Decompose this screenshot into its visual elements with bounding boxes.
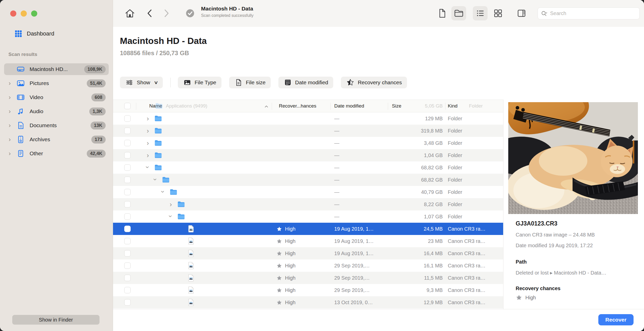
tree-chevron-icon[interactable]: ›: [144, 166, 151, 168]
item-count-badge: 173: [91, 136, 106, 144]
date-cell: 13 Oct 2019, 0…: [334, 300, 373, 305]
sidebar-item-video[interactable]: › Video 608: [4, 91, 109, 103]
tree-chevron-icon[interactable]: ›: [152, 178, 159, 181]
table-row[interactable]: › — 1,04 GB Folder: [113, 149, 503, 161]
table-row[interactable]: › — 68,82 GB Folder: [113, 174, 503, 186]
table-row[interactable]: › — 129 MB Folder: [113, 112, 503, 125]
chevron-right-icon[interactable]: ›: [8, 150, 12, 157]
column-header-recovery[interactable]: Recover...hances: [279, 103, 316, 109]
back-button[interactable]: [144, 7, 156, 19]
forward-button[interactable]: [160, 7, 172, 19]
date-cell: —: [334, 140, 339, 146]
toolbar-title: Macintosh HD - Data: [201, 6, 253, 12]
table-row[interactable]: High 19 Aug 2019, 1… 24,5 MB Canon CR3 r…: [113, 223, 503, 235]
sidebar-item-other[interactable]: › Other 42,4K: [4, 148, 109, 159]
table-row[interactable]: High 29 Sep 2019,… 16,1 MB Canon CR3 ra…: [113, 259, 503, 272]
table-row[interactable]: High 13 Oct 2019, 0… 12,9 MB Canon CR3 r…: [113, 296, 503, 309]
chevron-right-icon[interactable]: ›: [8, 80, 12, 86]
row-checkbox[interactable]: [124, 128, 131, 134]
table-row[interactable]: › — 319,8 MB Folder: [113, 125, 503, 137]
tree-chevron-icon[interactable]: ›: [160, 191, 166, 193]
chevron-right-icon[interactable]: ›: [8, 108, 12, 114]
home-icon[interactable]: [124, 7, 136, 19]
list-view-button[interactable]: [473, 6, 488, 20]
preview-panel-toggle-icon[interactable]: [514, 6, 529, 20]
row-checkbox[interactable]: [124, 115, 131, 122]
search-input[interactable]: [550, 10, 639, 16]
select-all-checkbox[interactable]: [124, 103, 131, 109]
sidebar-item-label: Other: [30, 150, 87, 157]
row-checkbox[interactable]: [124, 214, 131, 220]
table-row[interactable]: High 29 Sep 2019,… 11,5 MB Canon CR3 ra…: [113, 272, 503, 284]
table-row[interactable]: High 19 Aug 2019, 1… 23 MB Canon CR3 ra…: [113, 235, 503, 247]
table-row[interactable]: › — 68,82 GB Folder: [113, 161, 503, 174]
table-row[interactable]: › — 1,07 GB Folder: [113, 210, 503, 223]
tree-chevron-icon[interactable]: ›: [147, 152, 149, 159]
star-icon: [276, 238, 282, 244]
file-type-filter-button[interactable]: File Type: [178, 77, 221, 88]
sidebar-item-pictures[interactable]: › Pictures 51,4K: [4, 77, 109, 89]
row-checkbox[interactable]: [124, 164, 131, 171]
column-header-kind[interactable]: Kind: [448, 103, 457, 109]
preview-image[interactable]: [508, 102, 638, 214]
window-zoom-button[interactable]: [31, 10, 37, 17]
tree-chevron-icon[interactable]: ›: [147, 127, 149, 134]
table-row[interactable]: › — 8,22 GB Folder: [113, 198, 503, 210]
window-minimize-button[interactable]: [21, 10, 27, 17]
row-checkbox[interactable]: [124, 152, 131, 159]
row-checkbox[interactable]: [124, 299, 131, 306]
recovery-cell: High: [276, 247, 295, 259]
table-row[interactable]: › — 40,79 GB Folder: [113, 186, 503, 198]
sidebar-item-dashboard[interactable]: Dashboard: [14, 28, 54, 39]
sidebar-item-audio[interactable]: › Audio 1,3K: [4, 105, 109, 117]
row-checkbox[interactable]: [124, 275, 131, 281]
show-in-finder-button[interactable]: Show in Finder: [12, 315, 100, 325]
file-type-filter-label: File Type: [195, 79, 216, 86]
tree-chevron-icon[interactable]: ›: [147, 140, 149, 146]
tree-chevron-icon[interactable]: ›: [170, 201, 172, 208]
sidebar-item-documents[interactable]: › Documents 13K: [4, 120, 109, 131]
column-header-date[interactable]: Date modified: [334, 103, 364, 109]
row-checkbox[interactable]: [124, 140, 131, 146]
file-size-icon: [234, 78, 243, 87]
date-modified-filter-button[interactable]: Date modified: [278, 77, 333, 88]
tree-chevron-icon[interactable]: ›: [167, 215, 174, 217]
size-cell: 12,9 MB: [381, 300, 443, 305]
chevron-right-icon[interactable]: ›: [8, 122, 12, 128]
sort-ascending-icon[interactable]: [264, 104, 269, 109]
grid-view-button[interactable]: [491, 6, 505, 20]
date-cell: 29 Sep 2019,…: [334, 287, 370, 293]
row-checkbox[interactable]: [124, 189, 131, 195]
tree-chevron-icon[interactable]: ›: [147, 115, 149, 122]
size-cell: 3,48 GB: [381, 140, 443, 146]
search-field[interactable]: [538, 7, 640, 19]
row-checkbox[interactable]: [124, 263, 131, 269]
recovery-chances-filter-button[interactable]: Recovery chances: [341, 77, 407, 88]
table-row[interactable]: High 19 Aug 2019, 1… 16,4 MB Canon CR3 r…: [113, 247, 503, 259]
table-row[interactable]: High 29 Sep 2019,… 9,3 MB Canon CR3 ra…: [113, 284, 503, 296]
show-filter-button[interactable]: Show ∨: [120, 77, 163, 88]
folder-view-button[interactable]: [451, 6, 466, 20]
window-close-button[interactable]: [10, 10, 16, 17]
row-checkbox[interactable]: [124, 238, 131, 244]
file-size-filter-button[interactable]: File size: [229, 77, 271, 88]
page-stats: 108856 files / 250,73 GB: [120, 50, 207, 57]
table-header: Name Applications (9499) Recover...hance…: [113, 100, 503, 112]
row-checkbox[interactable]: [124, 250, 131, 257]
date-cell: 19 Aug 2019, 1…: [334, 238, 374, 244]
chevron-right-icon[interactable]: ›: [8, 94, 12, 100]
date-cell: 29 Sep 2019,…: [334, 275, 370, 281]
toolbar-title-block: Macintosh HD - Data Scan completed succe…: [201, 6, 253, 18]
sidebar-item-archives[interactable]: › Archives 173: [4, 134, 109, 145]
row-checkbox[interactable]: [124, 287, 131, 293]
chevron-right-icon[interactable]: ›: [8, 136, 12, 143]
file-view-icon[interactable]: [435, 6, 449, 20]
row-checkbox[interactable]: [124, 226, 131, 232]
table-row[interactable]: › — 3,48 GB Folder: [113, 137, 503, 149]
row-checkbox[interactable]: [124, 201, 131, 208]
row-checkbox[interactable]: [124, 177, 131, 183]
ghost-folder-icon: [155, 103, 163, 109]
sidebar-item-macintosh-hd[interactable]: › Macintosh HD... 108,9K: [4, 63, 109, 75]
details-date-label: Date modified: [516, 243, 547, 248]
recover-button[interactable]: Recover: [598, 314, 634, 325]
